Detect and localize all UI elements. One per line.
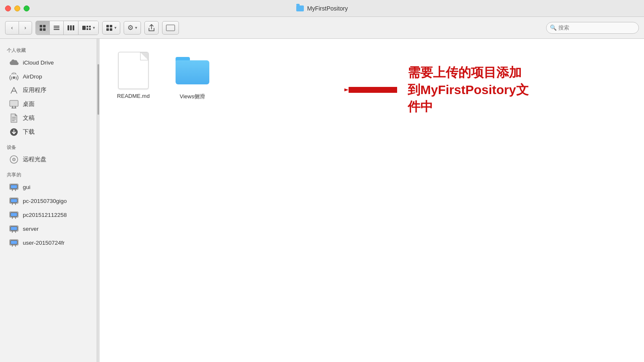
svg-rect-53 [11,240,17,244]
forward-button[interactable]: › [19,21,32,35]
network-server-icon [9,224,19,233]
svg-rect-7 [68,25,69,30]
svg-rect-17 [106,28,109,31]
sidebar-item-user[interactable]: user-20150724fr [3,236,94,249]
sidebar-item-airdrop[interactable]: AirDrop [3,70,94,83]
sidebar-section-shared: 共享的 [0,167,97,180]
icon-view-icon [39,24,46,31]
svg-rect-0 [40,25,42,27]
sidebar-item-server-label: server [23,226,39,232]
minimize-button[interactable] [14,5,20,11]
action-button[interactable]: ⚙ ▾ [124,21,141,35]
toolbar: ‹ › [0,17,644,39]
network-gui-icon [9,182,19,192]
svg-rect-11 [87,26,88,27]
sidebar-item-gui[interactable]: gui [3,180,94,194]
network-user-icon [9,238,19,247]
view-icon-button[interactable] [36,21,50,35]
svg-line-51 [15,231,16,232]
sidebar-item-user-label: user-20150724fr [23,240,65,246]
share-icon [148,24,155,32]
sidebar-item-desktop-label: 桌面 [23,100,35,108]
airdrop-icon [9,72,19,81]
sidebar-item-airdrop-label: AirDrop [23,73,42,80]
documents-icon [9,113,19,123]
title-folder-icon [296,5,304,11]
search-wrapper: 🔍 [546,22,639,34]
svg-line-42 [12,203,13,205]
back-icon: ‹ [11,24,13,31]
list-view-icon [53,24,60,31]
readme-file-name: README.md [117,93,149,99]
svg-line-46 [12,217,13,219]
sidebar-section-personal: 个人收藏 [0,42,97,55]
svg-rect-6 [54,29,60,30]
sidebar-item-downloads-label: 下载 [23,128,35,136]
nav-group: ‹ › [5,21,32,35]
forward-icon: › [24,24,26,31]
main-layout: 个人收藏 iCloud Drive [0,39,644,362]
network-pc2-icon [9,210,19,219]
view-group: ▾ [35,21,99,35]
sidebar-item-pc2-label: pc201512112258 [23,212,67,218]
apps-icon [9,86,19,95]
sidebar-item-server[interactable]: server [3,222,94,235]
arrange-button[interactable]: ▾ [102,21,120,35]
svg-line-39 [15,189,16,191]
maximize-button[interactable] [24,5,30,11]
svg-rect-13 [87,28,88,30]
svg-line-38 [12,189,13,191]
annotation-arrow [344,77,399,103]
arrange-dropdown-icon: ▾ [114,25,116,30]
sidebar-item-icloud-drive[interactable]: iCloud Drive [3,56,94,69]
icloud-icon [9,58,19,67]
sidebar-item-downloads[interactable]: 下载 [3,125,94,139]
titlebar: MyFirstPository [0,0,644,17]
desktop-icon [9,100,19,109]
downloads-icon [9,127,19,137]
sidebar-item-documents[interactable]: 文稿 [3,111,94,125]
svg-rect-8 [70,25,72,30]
views-folder-name: Views侧滑 [180,93,205,100]
columns-view-icon [67,24,75,31]
svg-rect-10 [82,26,86,30]
close-button[interactable] [5,5,11,11]
file-item-views[interactable]: Views侧滑 [176,51,209,100]
view-columns-button[interactable] [64,21,78,35]
file-item-readme[interactable]: README.md [116,51,150,99]
svg-point-20 [13,76,15,79]
scrollbar-thumb[interactable] [97,64,99,115]
view-gallery-button[interactable]: ▾ [78,21,98,35]
gallery-dropdown-icon: ▾ [93,25,95,30]
svg-rect-5 [54,27,60,28]
svg-line-54 [12,245,13,246]
sidebar-item-remote-disc[interactable]: 远程光盘 [3,153,94,166]
sidebar-item-desktop[interactable]: 桌面 [3,97,94,111]
dvd-icon [9,155,19,164]
views-folder-icon [176,51,209,89]
sidebar-item-pc2[interactable]: pc201512112258 [3,208,94,222]
svg-rect-9 [73,25,74,30]
share-button[interactable] [144,21,159,35]
annotation: 需要上传的项目添加 到MyFirstPository文 件中 [344,64,529,116]
annotation-text: 需要上传的项目添加 到MyFirstPository文 件中 [408,64,529,116]
sidebar-item-remote-disc-label: 远程光盘 [23,156,46,163]
gallery-view-icon [82,24,91,31]
sidebar-item-apps-label: 应用程序 [23,86,46,94]
readme-file-icon [116,51,150,89]
svg-line-22 [15,73,16,74]
tag-button[interactable] [162,21,179,35]
svg-rect-14 [89,28,91,30]
svg-rect-19 [166,25,175,31]
back-button[interactable]: ‹ [5,21,19,35]
svg-line-47 [15,217,16,219]
gear-icon: ⚙ [127,24,133,32]
window-title: MyFirstPository [296,5,348,12]
sidebar-item-apps[interactable]: 应用程序 [3,84,94,97]
view-list-button[interactable] [50,21,64,35]
svg-rect-4 [54,26,60,27]
search-input[interactable] [546,22,639,34]
svg-rect-3 [43,28,46,31]
sidebar-item-pc1[interactable]: pc-20150730gigo [3,194,94,208]
sidebar-item-pc1-label: pc-20150730gigo [23,198,67,204]
